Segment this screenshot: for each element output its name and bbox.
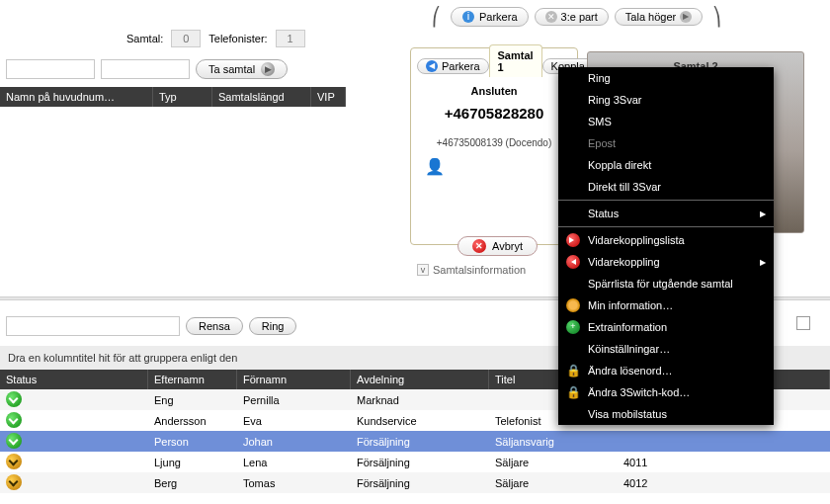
speak-right-button[interactable]: Tala höger ▶ [615, 8, 703, 26]
cell-department: Försäljning [351, 436, 489, 448]
rensa-label: Rensa [199, 320, 230, 332]
samtal-label: Samtal: [126, 33, 163, 44]
menu-separator [558, 200, 774, 201]
brace-right: ⎞ [708, 6, 725, 28]
cancel-label: Avbryt [492, 240, 523, 252]
menu-item-label: Ändra lösenord… [588, 365, 673, 377]
call-number: +46705828280 [411, 105, 577, 122]
call-tab-1[interactable]: Samtal 1 [489, 44, 542, 77]
menu-direkt-3svar[interactable]: Direkt till 3Svar [558, 176, 774, 198]
cell-lastname: Person [148, 436, 237, 448]
take-call-label: Ta samtal [208, 63, 255, 75]
cell-firstname: Pernilla [237, 394, 351, 406]
menu-sms[interactable]: SMS [558, 111, 774, 132]
col-main-number[interactable]: Namn på huvudnum… [0, 87, 153, 107]
chevron-down-icon: v [417, 264, 429, 276]
lock-icon [566, 385, 580, 399]
col-department[interactable]: Avdelning [351, 370, 489, 389]
third-party-button[interactable]: ✕ 3:e part [535, 8, 609, 26]
cell-ext: 4012 [618, 477, 830, 489]
menu-ring-3svar[interactable]: Ring 3Svar [558, 89, 774, 111]
table-row[interactable]: PersonJohanFörsäljningSäljansvarig [0, 431, 830, 452]
menu-item-label: Köinställningar… [588, 343, 670, 355]
menu-andra-3switch[interactable]: Ändra 3Switch-kod… [558, 381, 774, 403]
cell-title: Säljansvarig [489, 436, 618, 448]
context-menu: Ring Ring 3Svar SMS Epost Koppla direkt … [558, 67, 774, 425]
col-vip[interactable]: VIP [311, 87, 346, 107]
cell-lastname: Ljung [148, 457, 237, 468]
left-grid-body [0, 107, 346, 304]
menu-koppla-direkt[interactable]: Koppla direkt [558, 154, 774, 176]
telefonister-count: 1 [276, 30, 305, 47]
menu-item-label: Vidarekopplingslista [588, 234, 685, 246]
menu-item-label: Epost [588, 137, 616, 149]
parkera-back-button[interactable]: ◀ Parkera [417, 58, 489, 74]
cell-lastname: Berg [148, 477, 237, 489]
menu-vidarekoppling[interactable]: Vidarekoppling [558, 251, 774, 273]
cell-lastname: Eng [148, 394, 237, 406]
ring-button[interactable]: Ring [249, 317, 297, 335]
menu-visa-mobilstatus[interactable]: Visa mobilstatus [558, 403, 774, 425]
cancel-button[interactable]: ✕ Avbryt [457, 236, 538, 256]
menu-item-label: Ring 3Svar [588, 94, 641, 106]
menu-andra-losenord[interactable]: Ändra lösenord… [558, 360, 774, 381]
ring-label: Ring [262, 320, 285, 332]
speak-right-label: Tala höger [625, 11, 676, 23]
take-call-input-1[interactable] [6, 59, 95, 79]
rensa-button[interactable]: Rensa [186, 317, 243, 335]
take-call-input-2[interactable] [101, 59, 190, 79]
table-row[interactable]: BergTomasFörsäljningSäljare4012 [0, 472, 830, 493]
options-checkbox[interactable] [796, 316, 810, 330]
person-icon: 👤 [425, 157, 445, 176]
call-info-expander[interactable]: v Samtalsinformation [417, 264, 526, 276]
cell-department: Marknad [351, 394, 489, 406]
parkera-button[interactable]: i Parkera [451, 7, 529, 27]
info-icon: i [461, 10, 475, 24]
cell-title: Säljare [489, 457, 618, 468]
third-party-label: 3:e part [561, 11, 598, 23]
back-icon: ◀ [426, 60, 438, 72]
status-icon [6, 454, 22, 469]
plus-icon [566, 320, 580, 334]
menu-min-information[interactable]: Min information… [558, 294, 774, 316]
menu-vidarekopplingslista[interactable]: Vidarekopplingslista [558, 229, 774, 251]
arrow-right-icon: ▶ [680, 11, 692, 23]
arrow-right-icon: ▶ [261, 62, 275, 76]
call-status: Ansluten [411, 85, 577, 97]
menu-item-label: Extrainformation [588, 321, 667, 333]
telefonister-label: Telefonister: [208, 33, 267, 44]
menu-status[interactable]: Status [558, 203, 774, 224]
menu-koinstallningar[interactable]: Köinställningar… [558, 338, 774, 360]
menu-ring[interactable]: Ring [558, 67, 774, 89]
call-info-label: Samtalsinformation [433, 264, 526, 276]
menu-item-label: Min information… [588, 299, 673, 311]
take-call-button[interactable]: Ta samtal ▶ [196, 59, 288, 79]
menu-epost: Epost [558, 132, 774, 154]
menu-item-label: Vidarekoppling [588, 256, 660, 268]
gear-icon [566, 298, 580, 312]
col-lastname[interactable]: Efternamn [148, 370, 237, 389]
cell-department: Kundservice [351, 415, 489, 427]
call-owner: +46735008139 (Docendo) [411, 137, 577, 148]
menu-item-label: Spärrlista för utgående samtal [588, 278, 733, 290]
cell-department: Försäljning [351, 477, 489, 489]
col-type[interactable]: Typ [153, 87, 212, 107]
lock-icon [566, 364, 580, 378]
table-row[interactable]: LjungLenaFörsäljningSäljare4011 [0, 452, 830, 472]
samtal-count: 0 [171, 30, 201, 47]
menu-separator [558, 226, 774, 227]
menu-item-label: Direkt till 3Svar [588, 181, 661, 193]
col-duration[interactable]: Samtalslängd [212, 87, 311, 107]
col-status[interactable]: Status [0, 370, 148, 389]
brace-left: ⎛ [428, 6, 445, 28]
status-icon [6, 433, 22, 449]
menu-sparrlista[interactable]: Spärrlista för utgående samtal [558, 273, 774, 294]
menu-extrainformation[interactable]: Extrainformation [558, 316, 774, 338]
menu-item-label: Ändra 3Switch-kod… [588, 386, 690, 398]
status-icon [6, 391, 22, 407]
cell-title: Säljare [489, 477, 618, 489]
directory-search-input[interactable] [6, 316, 180, 336]
menu-item-label: Status [588, 208, 619, 219]
col-firstname[interactable]: Förnamn [237, 370, 351, 389]
call-card: ◀ Parkera Samtal 1 Koppla ▶ Ansluten +46… [410, 47, 578, 245]
